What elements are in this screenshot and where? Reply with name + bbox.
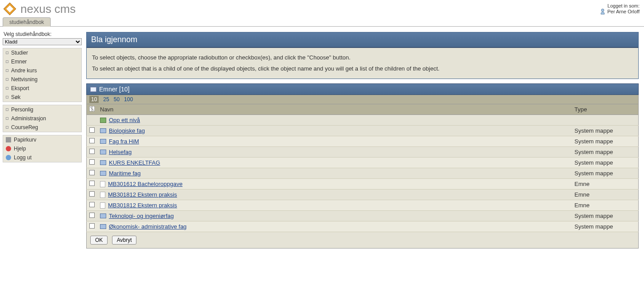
document-icon [100, 192, 105, 198]
row-checkbox[interactable] [89, 223, 95, 229]
tab-studiehandbok[interactable]: studiehåndbok [3, 17, 51, 27]
bullet-icon [6, 60, 8, 63]
page-size-option[interactable]: 50 [114, 96, 120, 103]
table-row: Maritime fagSystem mappe [87, 168, 639, 179]
sidebar-item-label: Studier [11, 50, 28, 56]
bullet-icon [6, 126, 8, 129]
sidebar-item[interactable]: Studier [3, 48, 81, 57]
object-link[interactable]: Fag fra HiM [109, 138, 139, 145]
sidebar-item[interactable]: Søk [3, 93, 81, 102]
brand-logo-icon [3, 2, 17, 16]
select-all-header[interactable] [87, 104, 98, 115]
row-checkbox[interactable] [89, 170, 95, 175]
sidebar-item[interactable]: Emner [3, 57, 81, 66]
sidebar-item-label: Hjelp [14, 146, 26, 152]
app-header: nexus cms Logget in som: Per Arne Orloff [0, 0, 644, 17]
bullet-icon [6, 96, 8, 99]
sidebar-item[interactable]: Personlig [3, 105, 81, 114]
panel-title: Bla igjennom [87, 32, 638, 48]
browse-panel: Bla igjennom To select objects, choose t… [86, 32, 639, 79]
logged-in-label: Logget in som: [600, 3, 640, 8]
ok-button[interactable]: OK [90, 236, 108, 245]
object-link[interactable]: Maritime fag [109, 170, 141, 177]
row-checkbox[interactable] [89, 138, 95, 143]
logo-area: nexus cms [3, 2, 76, 16]
help-line-2: To select an object that is a child of o… [92, 63, 633, 75]
sidebar-item-label: Emner [11, 59, 27, 65]
sidebar-item-label: Andre kurs [11, 67, 37, 74]
row-checkbox[interactable] [89, 159, 95, 165]
sidebar-item-label: Personlig [11, 107, 33, 113]
handbook-select[interactable]: Kladd [3, 38, 82, 45]
tab-bar: studiehåndbok [0, 17, 644, 27]
object-type: Emne [572, 190, 639, 200]
sidebar-item-trash[interactable]: Papirkurv [3, 135, 81, 144]
row-checkbox[interactable] [89, 181, 95, 186]
sidebar-nav-main: StudierEmnerAndre kursNettvisningEksport… [3, 48, 82, 102]
table-row: HelsefagSystem mappe [87, 147, 639, 158]
document-icon [100, 181, 105, 187]
table-row: Biologiske fagSystem mappe [87, 126, 639, 136]
sidebar-item[interactable]: CourseReg [3, 123, 81, 132]
row-checkbox[interactable] [89, 213, 95, 218]
object-type: Emne [572, 200, 639, 211]
object-link[interactable]: Teknologi- og ingeniørfag [109, 213, 174, 219]
object-type: System mappe [572, 211, 639, 221]
object-type: System mappe [572, 158, 639, 168]
object-type: System mappe [572, 168, 639, 179]
sidebar-item-label: Søk [11, 94, 20, 100]
section-header: Emner [10] [86, 83, 639, 95]
section-title: Emner [10] [99, 86, 129, 93]
row-checkbox[interactable] [89, 202, 95, 207]
object-link[interactable]: Økonomisk- administrative fag [109, 223, 187, 230]
sidebar-select-label: Velg studiehåndbok: [3, 29, 82, 38]
sidebar: Velg studiehåndbok: Kladd StudierEmnerAn… [0, 27, 84, 254]
table-row: Fag fra HiMSystem mappe [87, 136, 639, 147]
button-row: OK Avbryt [86, 232, 639, 249]
up-level-link[interactable]: Opp ett nivå [109, 117, 140, 123]
object-type: System mappe [572, 126, 639, 136]
row-checkbox[interactable] [89, 127, 95, 133]
sidebar-item-logout[interactable]: Logg ut [3, 153, 81, 162]
svg-point-2 [601, 9, 604, 12]
sidebar-item[interactable]: Administrasjon [3, 114, 81, 123]
object-type: System mappe [572, 147, 639, 158]
object-link[interactable]: MB301612 Bacheloroppgave [108, 181, 183, 187]
sidebar-item[interactable]: Eksport [3, 84, 81, 93]
sidebar-item[interactable]: Andre kurs [3, 66, 81, 75]
sidebar-item-label: Administrasjon [11, 115, 46, 122]
folder-icon [100, 213, 106, 218]
panel-help: To select objects, choose the appropriat… [87, 48, 638, 79]
help-icon [6, 146, 11, 151]
sidebar-item-label: CourseReg [11, 124, 38, 130]
object-link[interactable]: KURS ENKELTFAG [109, 159, 160, 166]
row-checkbox[interactable] [89, 191, 95, 197]
sidebar-item-help[interactable]: Hjelp [3, 144, 81, 153]
folder-icon [100, 150, 106, 154]
object-type: Emne [572, 179, 639, 190]
bullet-icon [6, 87, 8, 90]
page-size-option[interactable]: 10 [89, 96, 99, 103]
user-icon [600, 8, 605, 15]
document-icon [100, 202, 105, 209]
sidebar-item-label: Logg ut [14, 154, 32, 161]
page-size-option[interactable]: 100 [124, 96, 133, 103]
object-link[interactable]: Biologiske fag [109, 127, 145, 134]
column-type: Type [572, 104, 639, 115]
page-size-option[interactable]: 25 [103, 96, 109, 103]
sidebar-nav-admin: PersonligAdministrasjonCourseReg [3, 105, 82, 132]
page-size-selector: 102550100 [86, 95, 639, 104]
bullet-icon [6, 78, 8, 81]
sidebar-item-label: Nettvisning [11, 76, 37, 83]
object-link[interactable]: MB301812 Ekstern praksis [108, 202, 177, 209]
cancel-button[interactable]: Avbryt [112, 236, 137, 245]
folder-icon [100, 171, 106, 176]
row-checkbox[interactable] [89, 149, 95, 154]
logout-icon [6, 155, 11, 160]
sidebar-item-label: Eksport [11, 85, 29, 91]
object-link[interactable]: MB301812 Ekstern praksis [108, 191, 177, 198]
sidebar-item[interactable]: Nettvisning [3, 75, 81, 84]
help-line-1: To select objects, choose the appropriat… [92, 52, 633, 63]
column-name: Navn [97, 104, 572, 115]
object-link[interactable]: Helsefag [109, 149, 132, 155]
